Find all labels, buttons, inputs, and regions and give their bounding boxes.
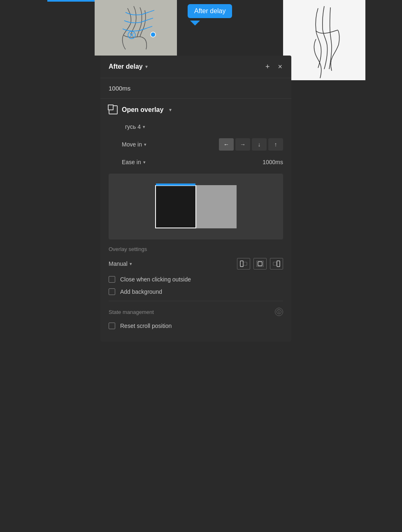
section-title-row: Open overlay ▾ <box>109 105 283 114</box>
after-delay-tooltip: After delay <box>188 4 232 18</box>
svg-rect-5 <box>244 262 247 265</box>
close-outside-label: Close when clicking outside <box>120 276 191 283</box>
svg-rect-8 <box>273 262 277 265</box>
layer-name-row: гусь 4 ▾ <box>122 122 283 132</box>
ease-in-dropdown-button[interactable]: Ease in ▾ <box>122 157 149 167</box>
layer-dropdown-button[interactable]: гусь 4 ▾ <box>122 122 149 132</box>
position-left-button[interactable] <box>237 258 250 269</box>
direction-right-button[interactable]: → <box>235 138 250 151</box>
direction-group: ← → ↓ ↑ <box>219 138 283 151</box>
overlay-icon <box>109 105 118 114</box>
position-right-button[interactable] <box>270 258 283 269</box>
overlay-settings-label: Overlay settings <box>109 246 283 252</box>
svg-rect-7 <box>258 262 262 266</box>
preview-gray-box <box>196 185 237 228</box>
overlay-section: Open overlay ▾ гусь 4 ▾ Move in ▾ ← → ↓ … <box>100 99 291 342</box>
position-group <box>237 258 283 269</box>
panel-title-group: After delay ▾ <box>109 63 148 70</box>
position-center-button[interactable] <box>253 258 267 269</box>
move-in-dropdown-button[interactable]: Move in ▾ <box>122 139 150 149</box>
preview-dark-box <box>155 185 196 228</box>
position-dropdown-button[interactable]: Manual ▾ <box>109 259 135 269</box>
ease-label-group: Ease in ▾ <box>122 157 149 167</box>
add-background-checkbox[interactable] <box>109 288 115 295</box>
close-panel-button[interactable]: × <box>277 62 283 71</box>
interaction-panel: After delay ▾ + × 1000ms Open overlay ▾ … <box>100 56 291 342</box>
move-in-row: Move in ▾ ← → ↓ ↑ <box>122 138 283 151</box>
panel-title: After delay <box>109 63 143 70</box>
close-outside-checkbox[interactable] <box>109 276 115 283</box>
state-info-icon[interactable]: ⓘ <box>275 308 283 316</box>
svg-rect-9 <box>277 261 280 267</box>
state-management-label: State management <box>109 309 154 315</box>
tooltip-arrow <box>190 21 200 26</box>
svg-point-3 <box>151 32 156 37</box>
add-background-row: Add background <box>109 288 283 295</box>
add-background-label: Add background <box>120 288 162 295</box>
add-action-button[interactable]: + <box>265 62 271 71</box>
title-chevron-icon[interactable]: ▾ <box>145 64 148 70</box>
delay-value: 1000ms <box>109 85 130 92</box>
panel-header: After delay ▾ + × <box>100 56 291 78</box>
section-divider <box>109 301 283 301</box>
close-outside-row: Close when clicking outside <box>109 276 283 283</box>
ease-chevron-icon: ▾ <box>143 160 146 165</box>
preview-boxes <box>155 185 237 228</box>
position-chevron-icon: ▾ <box>130 261 132 267</box>
layer-chevron-icon: ▾ <box>143 124 145 130</box>
delay-row: 1000ms <box>100 78 291 99</box>
panel-header-actions: + × <box>265 62 283 71</box>
sketch-left <box>95 0 177 56</box>
svg-rect-4 <box>240 261 243 267</box>
ease-duration-value: 1000ms <box>263 159 283 165</box>
section-title: Open overlay <box>122 106 163 114</box>
reset-scroll-row: Reset scroll position <box>109 323 283 329</box>
direction-left-button[interactable]: ← <box>219 138 234 151</box>
ease-in-row: Ease in ▾ 1000ms <box>122 157 283 167</box>
reset-scroll-checkbox[interactable] <box>109 323 115 329</box>
section-chevron-icon[interactable]: ▾ <box>169 107 172 113</box>
animation-preview <box>109 174 283 239</box>
position-row: Manual ▾ <box>109 258 283 269</box>
direction-down-button[interactable]: ↓ <box>252 138 267 151</box>
move-in-chevron-icon: ▾ <box>144 142 146 147</box>
sketch-right <box>283 0 365 80</box>
blue-connection-line <box>47 0 101 2</box>
reset-scroll-label: Reset scroll position <box>120 323 172 329</box>
direction-up-button[interactable]: ↑ <box>268 138 283 151</box>
state-management-row: State management ⓘ <box>109 308 283 316</box>
